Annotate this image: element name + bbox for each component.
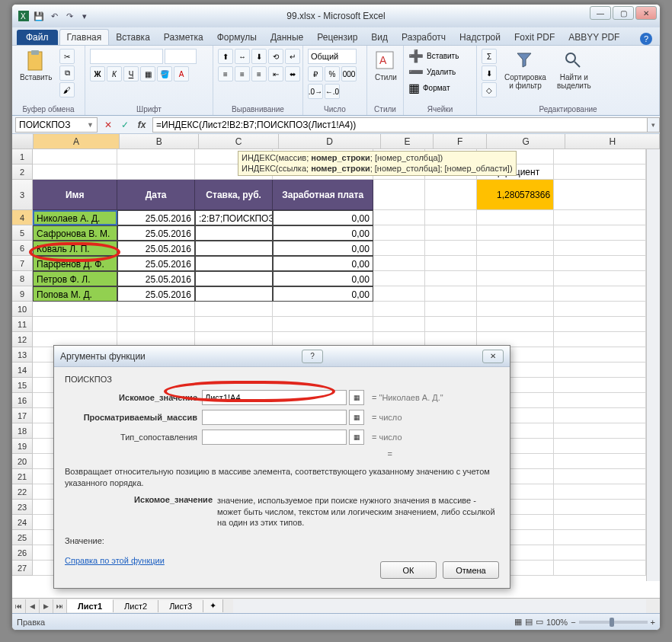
sheet-nav-first-icon[interactable]: ⏮ (12, 599, 26, 613)
autosum-icon[interactable]: Σ (482, 49, 497, 64)
col-C[interactable]: C (199, 134, 279, 149)
tab-addins[interactable]: Надстрой (453, 30, 507, 45)
cell-G3[interactable]: 1,280578366 (477, 180, 555, 210)
dialog-help-link[interactable]: Справка по этой функции (65, 556, 165, 565)
align-bottom-icon[interactable]: ⬇ (251, 49, 267, 64)
percent-icon[interactable]: % (325, 66, 340, 81)
col-E[interactable]: E (381, 134, 434, 149)
zoom-level[interactable]: 100% (546, 618, 568, 627)
qa-dropdown-icon[interactable]: ▾ (78, 9, 91, 23)
find-select-button[interactable]: Найти и выделить (554, 49, 594, 91)
dialog-help-icon[interactable]: ? (302, 350, 323, 363)
styles-button[interactable]: A Стили (372, 49, 400, 83)
tab-home[interactable]: Главная (59, 29, 110, 45)
col-D[interactable]: D (279, 134, 381, 149)
file-tab[interactable]: Файл (17, 30, 58, 45)
minimize-button[interactable]: — (590, 6, 611, 20)
col-B[interactable]: B (120, 134, 199, 149)
excel-icon[interactable]: X (17, 9, 30, 23)
align-top-icon[interactable]: ⬆ (218, 49, 233, 64)
maximize-button[interactable]: ▢ (613, 6, 634, 20)
header-salary[interactable]: Заработная плата (273, 180, 373, 210)
wrap-text-icon[interactable]: ↵ (285, 49, 300, 64)
save-icon[interactable]: 💾 (32, 9, 46, 23)
inc-decimal-icon[interactable]: .0→ (308, 84, 323, 99)
zoom-out-icon[interactable]: − (571, 618, 575, 627)
sheet-tab-2[interactable]: Лист2 (114, 600, 158, 612)
align-center-icon[interactable]: ≡ (235, 66, 250, 81)
cell-A4[interactable]: Николаев А. Д. (33, 210, 117, 225)
italic-icon[interactable]: К (107, 66, 122, 81)
format-painter-icon[interactable]: 🖌 (59, 82, 75, 97)
underline-icon[interactable]: Ч (123, 66, 139, 81)
arg-array-input[interactable] (202, 410, 347, 425)
fx-icon[interactable]: fx (134, 117, 149, 133)
header-date[interactable]: Дата (117, 180, 195, 210)
fill-icon[interactable]: ⬇ (482, 65, 497, 81)
align-left-icon[interactable]: ≡ (218, 66, 233, 81)
merge-icon[interactable]: ⬌ (285, 66, 300, 81)
undo-icon[interactable]: ↶ (47, 9, 61, 23)
enter-formula-icon[interactable]: ✓ (117, 117, 133, 133)
paste-button[interactable]: Вставить (17, 49, 55, 83)
select-all-corner[interactable] (12, 134, 34, 149)
arg-type-input[interactable] (202, 430, 347, 445)
sort-filter-button[interactable]: Сортировка и фильтр (501, 49, 549, 91)
name-box-dropdown-icon[interactable]: ▼ (87, 121, 94, 129)
header-name[interactable]: Имя (33, 180, 117, 210)
tab-view[interactable]: Вид (364, 30, 395, 45)
formula-input[interactable]: =ИНДЕКС(Лист2!B2:B7;ПОИСКПОЗ(Лист1!A4)) (152, 117, 648, 133)
tab-insert[interactable]: Вставка (109, 30, 157, 45)
col-G[interactable]: G (487, 134, 566, 149)
help-icon[interactable]: ? (640, 33, 652, 45)
view-layout-icon[interactable]: ▤ (525, 617, 533, 627)
clear-icon[interactable]: ◇ (482, 82, 497, 97)
sheet-nav-next-icon[interactable]: ▶ (40, 599, 53, 613)
cancel-formula-icon[interactable]: ✕ (101, 117, 116, 133)
arg-lookup-ref-icon[interactable]: ▦ (349, 390, 364, 405)
zoom-in-icon[interactable]: + (651, 618, 655, 627)
comma-icon[interactable]: 000 (341, 66, 357, 81)
sheet-nav-prev-icon[interactable]: ◀ (26, 599, 40, 613)
delete-cell-icon[interactable]: ➖ (408, 65, 424, 79)
indent-dec-icon[interactable]: ⇤ (268, 66, 283, 81)
col-F[interactable]: F (434, 134, 486, 149)
dec-decimal-icon[interactable]: ←.0 (325, 84, 340, 99)
tab-review[interactable]: Рецензир (310, 30, 364, 45)
arg-lookup-input[interactable] (202, 390, 347, 405)
align-right-icon[interactable]: ≡ (251, 66, 267, 81)
number-format-select[interactable]: Общий (308, 49, 357, 64)
arg-type-ref-icon[interactable]: ▦ (349, 430, 364, 445)
tab-developer[interactable]: Разработч (395, 30, 453, 45)
font-size-select[interactable] (165, 49, 197, 64)
insert-cell-icon[interactable]: ➕ (408, 49, 424, 63)
tab-foxit[interactable]: Foxit PDF (507, 30, 562, 45)
copy-icon[interactable]: ⧉ (59, 65, 75, 81)
cut-icon[interactable]: ✂ (59, 49, 75, 64)
dialog-close-icon[interactable]: ✕ (482, 350, 504, 363)
redo-icon[interactable]: ↷ (62, 9, 76, 23)
tab-data[interactable]: Данные (264, 30, 310, 45)
view-normal-icon[interactable]: ▦ (514, 617, 522, 627)
dialog-ok-button[interactable]: ОК (380, 561, 437, 579)
horizontal-scrollbar[interactable] (233, 599, 646, 613)
zoom-slider[interactable] (579, 621, 648, 624)
dialog-title-bar[interactable]: Аргументы функции ? ✕ (54, 346, 510, 367)
border-icon[interactable]: ▦ (140, 66, 155, 81)
currency-icon[interactable]: ₽ (308, 66, 323, 81)
vertical-scrollbar[interactable] (646, 149, 660, 581)
bold-icon[interactable]: Ж (90, 66, 105, 81)
format-cell-icon[interactable]: ▦ (408, 81, 420, 95)
cell-C4[interactable]: :2:B7;ПОИСКПОЗ (195, 210, 274, 225)
new-sheet-icon[interactable]: ✦ (203, 599, 223, 612)
col-H[interactable]: H (565, 134, 660, 149)
header-rate[interactable]: Ставка, руб. (195, 180, 274, 210)
arg-array-ref-icon[interactable]: ▦ (349, 410, 364, 425)
tab-layout[interactable]: Разметка (157, 30, 210, 45)
orientation-icon[interactable]: ⟲ (268, 49, 283, 64)
sheet-tab-1[interactable]: Лист1 (67, 599, 114, 612)
font-color-icon[interactable]: A (174, 66, 189, 81)
tab-abbyy[interactable]: ABBYY PDF (562, 30, 626, 45)
close-button[interactable]: ✕ (635, 6, 657, 20)
align-middle-icon[interactable]: ↔ (235, 49, 250, 64)
